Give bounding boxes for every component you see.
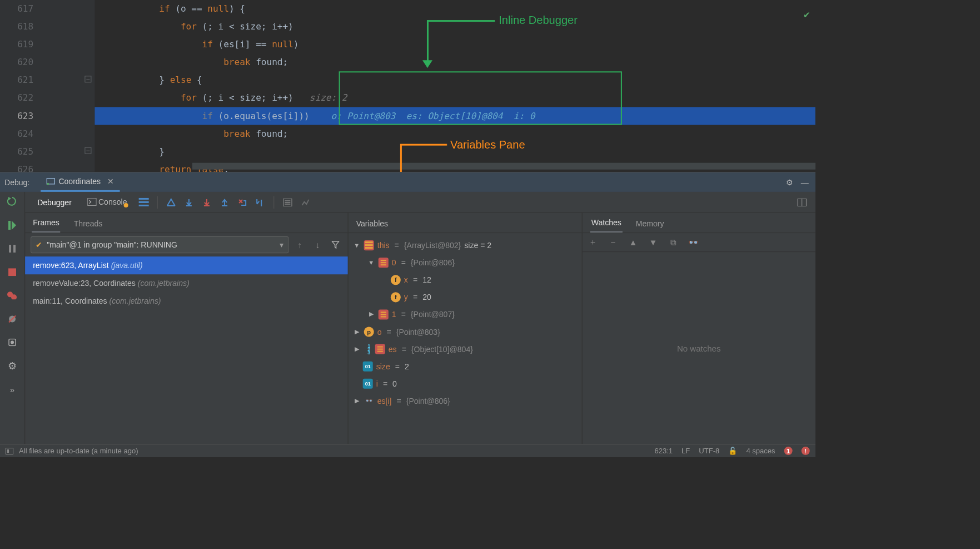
show-execution-point-button[interactable] bbox=[163, 194, 179, 210]
chevron-down-icon: ▾ bbox=[280, 240, 283, 249]
caret-position[interactable]: 623:1 bbox=[654, 447, 673, 455]
frames-list[interactable]: remove:623, ArrayList (java.util) remove… bbox=[25, 256, 347, 444]
svg-point-11 bbox=[11, 341, 14, 344]
debug-tool-window: Debug: Coordinates ✕ ⚙ — ⚙ » Debugger bbox=[0, 172, 815, 444]
copy-button[interactable]: ⧉ bbox=[668, 238, 678, 248]
line-number: 622 bbox=[0, 89, 94, 107]
collapse-icon[interactable]: ▼ bbox=[353, 242, 361, 249]
minimize-icon[interactable]: — bbox=[801, 177, 809, 186]
file-encoding[interactable]: UTF-8 bbox=[699, 447, 719, 455]
resume-button[interactable] bbox=[6, 219, 19, 232]
expand-icon[interactable]: ▶ bbox=[353, 345, 361, 353]
close-icon[interactable]: ✕ bbox=[107, 177, 114, 186]
expand-icon[interactable]: ▶ bbox=[353, 397, 361, 404]
more-button[interactable]: » bbox=[6, 383, 19, 396]
variables-tree[interactable]: ▼this={ArrayList@802} size = 2 ▼0={Point… bbox=[349, 233, 582, 444]
settings-button[interactable]: ⚙ bbox=[6, 359, 19, 373]
frames-tab[interactable]: Frames bbox=[32, 215, 61, 233]
execution-line[interactable]: if (o.equals(es[i])) o: Point@803 es: Ob… bbox=[94, 107, 815, 125]
check-icon: ✔ bbox=[36, 240, 42, 249]
line-number: 619 bbox=[0, 36, 94, 53]
tool-windows-icon[interactable] bbox=[6, 448, 13, 454]
status-message: All files are up-to-date (a minute ago) bbox=[19, 447, 138, 455]
watches-empty: No watches bbox=[583, 252, 815, 444]
run-to-cursor-button[interactable] bbox=[252, 194, 268, 210]
svg-rect-4 bbox=[13, 245, 16, 253]
object-icon bbox=[375, 344, 385, 354]
frame-row[interactable]: remove:623, ArrayList (java.util) bbox=[25, 256, 347, 274]
line-number: 617 bbox=[0, 0, 94, 18]
trace-button[interactable] bbox=[297, 194, 313, 210]
status-bar: All files are up-to-date (a minute ago) … bbox=[0, 444, 815, 457]
step-over-button[interactable] bbox=[181, 194, 197, 210]
gear-icon[interactable]: ⚙ bbox=[786, 177, 793, 186]
frames-pane: Frames Threads ✔ "main"@1 in group "main… bbox=[25, 213, 348, 444]
expand-icon[interactable]: ▶ bbox=[353, 328, 361, 335]
line-gutter: 617 618 619 620 621 622 623 624 625 626 bbox=[0, 0, 94, 172]
show-watches-button[interactable]: 👓 bbox=[688, 238, 698, 248]
svg-point-1 bbox=[47, 183, 49, 185]
evaluate-expression-button[interactable] bbox=[280, 194, 295, 210]
line-number: 624 bbox=[0, 125, 94, 143]
rerun-button[interactable] bbox=[6, 195, 19, 209]
thread-dropdown[interactable]: ✔ "main"@1 in group "main": RUNNING ▾ bbox=[31, 236, 288, 253]
watches-pane: Watches Memory ＋ − ▲ ▼ ⧉ 👓 No watches bbox=[583, 213, 815, 444]
move-down-button[interactable]: ▼ bbox=[648, 238, 658, 247]
readonly-icon[interactable]: 🔓 bbox=[728, 447, 737, 455]
layout-settings-button[interactable] bbox=[794, 194, 810, 210]
debug-label: Debug: bbox=[4, 177, 29, 186]
inline-hint: size: 2 bbox=[304, 92, 347, 103]
int-icon: 01 bbox=[363, 361, 373, 371]
expand-icon[interactable]: ▶ bbox=[367, 310, 375, 318]
indent-info[interactable]: 4 spaces bbox=[746, 447, 775, 455]
array-icon: 123 bbox=[364, 344, 374, 354]
move-up-button[interactable]: ▲ bbox=[628, 238, 638, 247]
add-watch-button[interactable]: ＋ bbox=[588, 237, 598, 248]
mute-breakpoints-button[interactable] bbox=[6, 312, 19, 325]
svg-rect-5 bbox=[8, 268, 16, 276]
editor-scrollbar[interactable] bbox=[192, 163, 815, 170]
annotation-variables-pane: Variables Pane bbox=[450, 139, 525, 151]
console-tab[interactable]: Console bbox=[81, 195, 134, 209]
remove-watch-button[interactable]: − bbox=[608, 238, 618, 247]
analysis-ok-icon[interactable]: ✔ bbox=[804, 6, 810, 23]
line-number: 618 bbox=[0, 18, 94, 36]
debug-toolbar: Debugger Console bbox=[25, 192, 815, 213]
frame-row[interactable]: main:11, Coordinates (com.jetbrains) bbox=[25, 292, 347, 310]
watch-glasses-icon: 👓 bbox=[364, 395, 374, 405]
svg-rect-3 bbox=[9, 245, 11, 253]
console-icon bbox=[87, 197, 96, 205]
memory-tab[interactable]: Memory bbox=[635, 216, 665, 233]
line-number: 621 bbox=[0, 71, 94, 89]
svg-rect-12 bbox=[87, 197, 96, 205]
int-icon: 01 bbox=[363, 378, 373, 388]
stop-button[interactable] bbox=[6, 265, 19, 279]
fatal-error-icon[interactable]: ! bbox=[802, 447, 810, 455]
line-number: 625 bbox=[0, 143, 94, 161]
drop-frame-button[interactable] bbox=[235, 194, 250, 210]
threads-tab[interactable]: Threads bbox=[73, 216, 104, 233]
fold-marker-icon[interactable] bbox=[84, 147, 91, 154]
collapse-icon[interactable]: ▼ bbox=[367, 259, 375, 266]
layout-icon[interactable] bbox=[136, 194, 151, 210]
pause-button[interactable] bbox=[6, 242, 19, 255]
thread-dump-button[interactable] bbox=[6, 336, 19, 349]
view-breakpoints-button[interactable] bbox=[6, 289, 19, 302]
fold-marker-icon[interactable] bbox=[84, 76, 91, 82]
inline-hint: o: Point@803 es: Object[10]@804 i: 0 bbox=[320, 111, 535, 121]
prev-frame-button[interactable]: ↑ bbox=[293, 238, 306, 251]
watches-tab[interactable]: Watches bbox=[590, 215, 623, 233]
run-config-tab[interactable]: Coordinates ✕ bbox=[41, 172, 120, 192]
step-into-button[interactable] bbox=[199, 194, 215, 210]
line-separator[interactable]: LF bbox=[681, 447, 690, 455]
object-icon bbox=[379, 258, 389, 268]
variables-pane: Variables ▼this={ArrayList@802} size = 2… bbox=[349, 213, 583, 444]
debugger-tab[interactable]: Debugger bbox=[31, 195, 78, 209]
code-editor[interactable]: 617 618 619 620 621 622 623 624 625 626 … bbox=[0, 0, 815, 172]
frame-row[interactable]: removeValue:23, Coordinates (com.jetbrai… bbox=[25, 274, 347, 292]
object-icon bbox=[379, 309, 389, 319]
next-frame-button[interactable]: ↓ bbox=[311, 238, 324, 251]
step-out-button[interactable] bbox=[217, 194, 232, 210]
error-badge[interactable]: 1 bbox=[784, 447, 793, 455]
filter-frames-button[interactable] bbox=[329, 238, 342, 251]
